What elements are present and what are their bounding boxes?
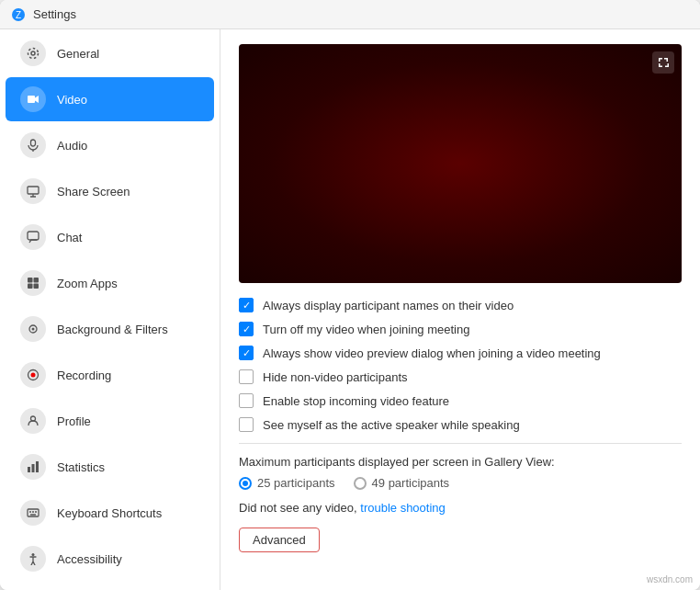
option-opt1: ✓Always display participant names on the… <box>239 298 682 312</box>
advanced-button[interactable]: Advanced <box>239 528 320 552</box>
background-filters-icon <box>20 316 46 342</box>
video-options-list: ✓Always display participant names on the… <box>239 298 682 444</box>
svg-point-14 <box>32 328 35 331</box>
svg-point-16 <box>31 373 36 378</box>
option-opt6: See myself as the active speaker while s… <box>239 417 682 432</box>
radio-btn-r25[interactable] <box>239 477 252 490</box>
checkbox-opt1[interactable]: ✓ <box>239 298 254 312</box>
sidebar-item-recording[interactable]: Recording <box>6 353 214 397</box>
svg-rect-4 <box>28 96 35 103</box>
gallery-section: Maximum participants displayed per scree… <box>239 455 682 490</box>
radio-r25[interactable]: 25 participants <box>239 476 335 490</box>
sidebar: GeneralVideoAudioShare ScreenChatZoom Ap… <box>0 29 220 590</box>
option-opt4: Hide non-video participants <box>239 369 682 384</box>
checkbox-opt4[interactable] <box>239 369 254 384</box>
option-label-opt4: Hide non-video participants <box>263 370 408 384</box>
option-label-opt3: Always show video preview dialog when jo… <box>263 346 601 360</box>
option-label-opt6: See myself as the active speaker while s… <box>263 418 520 432</box>
svg-rect-18 <box>28 467 30 472</box>
trouble-shooting-link[interactable]: trouble shooting <box>360 501 446 515</box>
recording-icon <box>20 362 46 388</box>
general-label: General <box>57 47 99 61</box>
zoom-apps-icon <box>20 270 46 296</box>
svg-rect-10 <box>34 278 40 283</box>
profile-label: Profile <box>57 414 91 428</box>
audio-icon <box>20 132 46 158</box>
video-icon <box>20 86 46 112</box>
svg-point-2 <box>31 51 35 55</box>
statistics-label: Statistics <box>57 460 105 474</box>
settings-app-icon: Z <box>11 7 26 22</box>
main-panel: ✓Always display participant names on the… <box>220 29 700 590</box>
sidebar-item-accessibility[interactable]: Accessibility <box>6 537 214 581</box>
sidebar-item-chat[interactable]: Chat <box>6 215 214 259</box>
video-label: Video <box>57 93 87 107</box>
sidebar-item-zoom-apps[interactable]: Zoom Apps <box>6 261 214 305</box>
option-label-opt1: Always display participant names on thei… <box>263 299 514 312</box>
content-area: GeneralVideoAudioShare ScreenChatZoom Ap… <box>0 29 700 590</box>
option-opt5: Enable stop incoming video feature <box>239 393 682 408</box>
sidebar-item-profile[interactable]: Profile <box>6 399 214 443</box>
statistics-icon <box>20 454 46 480</box>
svg-rect-11 <box>28 284 33 289</box>
radio-btn-r49[interactable] <box>354 477 367 490</box>
svg-rect-7 <box>28 187 39 194</box>
accessibility-label: Accessibility <box>57 552 122 566</box>
checkbox-opt3[interactable]: ✓ <box>239 346 254 360</box>
option-opt3: ✓Always show video preview dialog when j… <box>239 346 682 360</box>
chat-label: Chat <box>57 231 82 244</box>
svg-point-17 <box>31 416 36 421</box>
svg-rect-5 <box>31 140 36 146</box>
chat-icon <box>20 224 46 250</box>
svg-point-26 <box>32 553 35 556</box>
radio-label-r49: 49 participants <box>372 476 450 490</box>
gallery-label: Maximum participants displayed per scree… <box>239 455 682 469</box>
recording-label: Recording <box>57 369 111 382</box>
sidebar-item-statistics[interactable]: Statistics <box>6 445 214 489</box>
settings-window: Z Settings GeneralVideoAudioShare Screen… <box>0 0 700 590</box>
trouble-text: Did not see any video, trouble shooting <box>239 501 682 515</box>
audio-label: Audio <box>57 139 87 153</box>
background-filters-label: Background & Filters <box>57 323 168 336</box>
sidebar-item-background-filters[interactable]: Background & Filters <box>6 307 214 351</box>
share-screen-icon <box>20 178 46 204</box>
svg-rect-9 <box>28 278 33 283</box>
video-expand-button[interactable] <box>652 51 674 74</box>
checkbox-opt6[interactable] <box>239 417 254 432</box>
video-preview <box>239 44 682 283</box>
zoom-apps-label: Zoom Apps <box>57 277 118 290</box>
checkbox-opt5[interactable] <box>239 393 254 408</box>
svg-text:Z: Z <box>16 10 21 20</box>
sidebar-item-video[interactable]: Video <box>6 77 214 121</box>
watermark: wsxdn.com <box>647 574 693 584</box>
sidebar-item-audio[interactable]: Audio <box>6 123 214 167</box>
window-title: Settings <box>33 7 76 21</box>
sidebar-item-keyboard-shortcuts[interactable]: Keyboard Shortcuts <box>6 491 214 535</box>
sidebar-item-general[interactable]: General <box>6 31 214 75</box>
share-screen-label: Share Screen <box>57 185 130 199</box>
svg-rect-8 <box>28 232 39 240</box>
keyboard-shortcuts-icon <box>20 500 46 526</box>
svg-rect-12 <box>34 284 40 289</box>
accessibility-icon <box>20 546 46 572</box>
svg-point-3 <box>28 49 39 59</box>
profile-icon <box>20 408 46 434</box>
option-label-opt5: Enable stop incoming video feature <box>263 394 449 408</box>
general-icon <box>20 40 46 66</box>
keyboard-shortcuts-label: Keyboard Shortcuts <box>57 506 162 520</box>
svg-rect-20 <box>36 461 39 472</box>
option-opt2: ✓Turn off my video when joining meeting <box>239 322 682 336</box>
sidebar-item-share-screen[interactable]: Share Screen <box>6 169 214 213</box>
svg-rect-19 <box>32 464 35 472</box>
radio-r49[interactable]: 49 participants <box>354 476 450 490</box>
radio-group: 25 participants49 participants <box>239 476 682 490</box>
checkbox-opt2[interactable]: ✓ <box>239 322 254 336</box>
titlebar: Z Settings <box>0 0 700 29</box>
option-label-opt2: Turn off my video when joining meeting <box>263 323 469 336</box>
radio-label-r25: 25 participants <box>257 476 335 490</box>
